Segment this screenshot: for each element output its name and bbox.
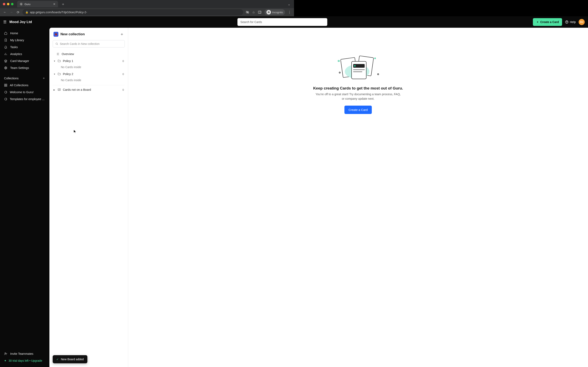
board-empty-msg: No Cards inside <box>49 77 128 84</box>
sidebar-item-label: My Library <box>10 39 24 42</box>
search-placeholder: Search for Cards <box>240 20 262 24</box>
folder-icon <box>58 72 61 76</box>
eye-off-icon[interactable] <box>246 10 249 14</box>
svg-line-21 <box>57 44 58 45</box>
collection-icon: 🐞 <box>53 32 58 37</box>
board-row-policy-1[interactable]: ▼ Policy 1 0 <box>49 58 128 64</box>
reload-button[interactable]: ⟳ <box>16 10 20 14</box>
url-text: app.getguru.com/boards/TdpG9oec/Policy-2… <box>30 11 87 14</box>
add-board-icon[interactable]: ＋ <box>120 31 124 37</box>
sidebar-item-label: Card Manager <box>10 59 29 63</box>
window-controls <box>3 3 13 5</box>
svg-rect-14 <box>6 85 7 86</box>
forward-button: → <box>9 10 13 14</box>
sidebar-item-label: Home <box>10 32 18 35</box>
collection-header: 🐞 New collection ＋ <box>49 28 128 39</box>
home-icon <box>4 32 8 35</box>
sidebar-item-label: Tasks <box>10 45 18 49</box>
sidebar-item-label: Team Settings <box>10 66 29 69</box>
gear-icon <box>4 66 8 69</box>
close-window-icon[interactable] <box>3 3 5 5</box>
add-collection-icon[interactable]: ＋ <box>42 76 45 80</box>
bookmark-icon <box>4 39 8 42</box>
incognito-label: Incognito <box>272 11 283 14</box>
sidebar-item-team-settings[interactable]: Team Settings <box>0 64 49 71</box>
layers-icon <box>4 59 8 63</box>
folder-icon <box>58 59 61 63</box>
new-tab-button[interactable]: ＋ <box>60 1 67 7</box>
browser-tab[interactable]: G Guru ✕ <box>17 1 58 7</box>
sidebar-item-label: Analytics <box>10 52 22 56</box>
sidebar-item-home[interactable]: Home <box>0 30 49 37</box>
overview-label: Overview <box>62 52 74 56</box>
cards-not-on-board-row[interactable]: ▶ Cards not on a Board 0 <box>49 86 128 93</box>
tab-bar: G Guru ✕ ＋ ⌄ <box>0 0 294 8</box>
sidebar-item-templates[interactable]: Templates for employee ... <box>0 96 49 103</box>
overview-link[interactable]: Overview <box>49 50 128 58</box>
chevron-down-icon[interactable]: ▼ <box>53 60 56 62</box>
board-count: 0 <box>122 59 124 63</box>
board-count: 0 <box>122 73 124 76</box>
panel-icon[interactable] <box>258 10 261 14</box>
collection-search-placeholder: Search Cards in New collection <box>60 42 100 45</box>
chart-icon <box>58 88 61 91</box>
sidebar-item-library[interactable]: My Library <box>0 37 49 44</box>
collection-search-input[interactable]: Search Cards in New collection <box>53 40 125 48</box>
chevron-down-icon[interactable]: ▼ <box>53 73 56 75</box>
divider <box>53 85 125 85</box>
sidebar-item-welcome[interactable]: Welcome to Guru! <box>0 89 49 96</box>
app-topbar: ☰ Mood Joy Ltd Search for Cards ＋ Create… <box>0 16 294 28</box>
svg-point-10 <box>5 67 6 68</box>
unboarded-count: 0 <box>122 88 124 91</box>
collection-sidebar: 🐞 New collection ＋ Search Cards in New c… <box>49 28 128 184</box>
maximize-window-icon[interactable] <box>11 3 13 5</box>
sidebar-item-all-collections[interactable]: All Collections <box>0 82 49 89</box>
grid-icon <box>4 83 7 87</box>
global-search-input[interactable]: Search for Cards <box>237 18 294 26</box>
sidebar-item-label: Templates for employee ... <box>10 98 44 101</box>
close-tab-icon[interactable]: ✕ <box>53 2 56 6</box>
collections-label: Collections <box>4 77 18 80</box>
list-icon <box>56 52 60 56</box>
svg-point-20 <box>56 43 57 44</box>
board-name: Policy 2 <box>63 72 73 76</box>
sidebar-item-label: All Collections <box>10 83 28 87</box>
back-button[interactable]: ← <box>3 10 7 14</box>
bar-chart-icon <box>4 52 8 56</box>
browser-chrome: G Guru ✕ ＋ ⌄ ← → ⟳ 🔒 app.getguru.com/boa… <box>0 0 294 16</box>
svg-point-3 <box>268 12 269 13</box>
guru-logo-icon <box>4 91 7 94</box>
incognito-badge[interactable]: Incognito <box>264 9 285 15</box>
mouse-cursor-icon <box>73 130 76 133</box>
content-area: Keep creating Cards to get the most out … <box>128 28 294 184</box>
sidebar-item-card-manager[interactable]: Card Manager <box>0 58 49 64</box>
svg-rect-1 <box>258 11 261 13</box>
minimize-window-icon[interactable] <box>7 3 9 5</box>
hamburger-menu-icon[interactable]: ☰ <box>3 20 7 24</box>
bell-icon <box>4 45 8 49</box>
sidebar-item-tasks[interactable]: Tasks <box>0 44 49 50</box>
board-name: Policy 1 <box>63 59 73 63</box>
org-name[interactable]: Mood Joy Ltd <box>9 20 32 24</box>
svg-rect-13 <box>4 85 6 86</box>
search-icon <box>55 42 58 45</box>
tabs-dropdown-icon[interactable]: ⌄ <box>286 1 292 7</box>
guru-logo-icon <box>4 98 7 101</box>
kebab-menu-icon[interactable]: ⋮ <box>288 10 291 14</box>
svg-point-4 <box>269 12 270 13</box>
board-empty-msg: No Cards inside <box>49 64 128 71</box>
unboarded-label: Cards not on a Board <box>63 88 91 91</box>
chevron-right-icon[interactable]: ▶ <box>53 89 56 91</box>
collection-title[interactable]: New collection <box>61 32 85 36</box>
tab-title: Guru <box>25 3 30 6</box>
sidebar-item-label: Welcome to Guru! <box>10 91 34 94</box>
url-input[interactable]: 🔒 app.getguru.com/boards/TdpG9oec/Policy… <box>22 9 243 15</box>
app-body: Home My Library Tasks Analytics Card Man… <box>0 16 294 184</box>
tab-favicon-icon: G <box>20 2 23 6</box>
collections-header: Collections ＋ <box>0 73 49 82</box>
sidebar-item-analytics[interactable]: Analytics <box>0 50 49 58</box>
board-row-policy-2[interactable]: ▼ Policy 2 0 <box>49 71 128 77</box>
star-icon[interactable]: ☆ <box>252 10 255 14</box>
svg-rect-11 <box>4 84 6 85</box>
incognito-icon <box>267 10 271 15</box>
